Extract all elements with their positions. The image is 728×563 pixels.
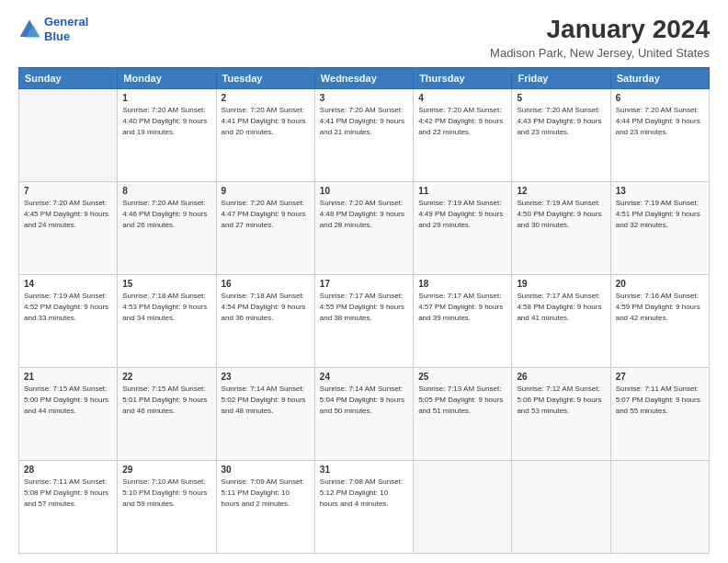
day-cell: 20Sunrise: 7:16 AM Sunset: 4:59 PM Dayli…	[610, 275, 709, 368]
day-info: Sunrise: 7:11 AM Sunset: 5:08 PM Dayligh…	[24, 477, 112, 510]
week-row-2: 7Sunrise: 7:20 AM Sunset: 4:45 PM Daylig…	[19, 182, 710, 275]
day-number: 4	[418, 93, 506, 103]
day-cell: 29Sunrise: 7:10 AM Sunset: 5:10 PM Dayli…	[118, 461, 216, 554]
day-info: Sunrise: 7:12 AM Sunset: 5:06 PM Dayligh…	[517, 384, 605, 417]
day-info: Sunrise: 7:20 AM Sunset: 4:41 PM Dayligh…	[320, 105, 408, 138]
day-cell: 11Sunrise: 7:19 AM Sunset: 4:49 PM Dayli…	[414, 182, 512, 275]
day-number: 5	[517, 93, 605, 103]
title-block: January 2024 Madison Park, New Jersey, U…	[490, 15, 710, 60]
page: General Blue January 2024 Madison Park, …	[0, 0, 728, 563]
day-number: 29	[122, 465, 210, 475]
day-number: 24	[320, 372, 408, 382]
logo-text: General Blue	[44, 15, 88, 43]
day-info: Sunrise: 7:17 AM Sunset: 4:57 PM Dayligh…	[418, 291, 506, 324]
logo-icon	[18, 18, 40, 40]
day-number: 20	[616, 279, 704, 289]
day-info: Sunrise: 7:15 AM Sunset: 5:01 PM Dayligh…	[122, 384, 210, 417]
weekday-header-tuesday: Tuesday	[216, 68, 314, 89]
day-cell: 31Sunrise: 7:08 AM Sunset: 5:12 PM Dayli…	[314, 461, 413, 554]
weekday-header-monday: Monday	[118, 68, 216, 89]
day-info: Sunrise: 7:17 AM Sunset: 4:55 PM Dayligh…	[320, 291, 408, 324]
day-cell: 6Sunrise: 7:20 AM Sunset: 4:44 PM Daylig…	[610, 89, 709, 182]
day-number: 6	[616, 93, 704, 103]
day-number: 16	[222, 279, 310, 289]
day-cell: 19Sunrise: 7:17 AM Sunset: 4:58 PM Dayli…	[512, 275, 610, 368]
day-cell: 23Sunrise: 7:14 AM Sunset: 5:02 PM Dayli…	[216, 368, 314, 461]
day-info: Sunrise: 7:18 AM Sunset: 4:54 PM Dayligh…	[222, 291, 310, 324]
day-info: Sunrise: 7:17 AM Sunset: 4:58 PM Dayligh…	[517, 291, 605, 324]
day-cell: 9Sunrise: 7:20 AM Sunset: 4:47 PM Daylig…	[216, 182, 314, 275]
day-number: 30	[222, 465, 310, 475]
day-cell: 16Sunrise: 7:18 AM Sunset: 4:54 PM Dayli…	[216, 275, 314, 368]
main-title: January 2024	[490, 15, 710, 44]
weekday-header-row: SundayMondayTuesdayWednesdayThursdayFrid…	[19, 68, 710, 89]
day-cell	[414, 461, 512, 554]
day-cell: 5Sunrise: 7:20 AM Sunset: 4:43 PM Daylig…	[512, 89, 610, 182]
day-cell: 15Sunrise: 7:18 AM Sunset: 4:53 PM Dayli…	[118, 275, 216, 368]
day-cell: 28Sunrise: 7:11 AM Sunset: 5:08 PM Dayli…	[19, 461, 118, 554]
week-row-1: 1Sunrise: 7:20 AM Sunset: 4:40 PM Daylig…	[19, 89, 710, 182]
day-info: Sunrise: 7:18 AM Sunset: 4:53 PM Dayligh…	[122, 291, 210, 324]
day-number: 31	[320, 465, 408, 475]
day-cell: 27Sunrise: 7:11 AM Sunset: 5:07 PM Dayli…	[610, 368, 709, 461]
day-info: Sunrise: 7:20 AM Sunset: 4:47 PM Dayligh…	[222, 198, 310, 231]
day-cell: 3Sunrise: 7:20 AM Sunset: 4:41 PM Daylig…	[314, 89, 413, 182]
day-number: 9	[222, 186, 310, 196]
day-cell: 4Sunrise: 7:20 AM Sunset: 4:42 PM Daylig…	[414, 89, 512, 182]
day-info: Sunrise: 7:13 AM Sunset: 5:05 PM Dayligh…	[418, 384, 506, 417]
day-number: 1	[122, 93, 210, 103]
day-info: Sunrise: 7:20 AM Sunset: 4:42 PM Dayligh…	[418, 105, 506, 138]
day-cell: 26Sunrise: 7:12 AM Sunset: 5:06 PM Dayli…	[512, 368, 610, 461]
day-cell	[512, 461, 610, 554]
day-cell: 13Sunrise: 7:19 AM Sunset: 4:51 PM Dayli…	[610, 182, 709, 275]
day-number: 18	[418, 279, 506, 289]
day-info: Sunrise: 7:15 AM Sunset: 5:00 PM Dayligh…	[24, 384, 112, 417]
subtitle: Madison Park, New Jersey, United States	[490, 46, 710, 60]
day-number: 17	[320, 279, 408, 289]
day-number: 7	[24, 186, 112, 196]
day-number: 14	[24, 279, 112, 289]
day-cell: 25Sunrise: 7:13 AM Sunset: 5:05 PM Dayli…	[414, 368, 512, 461]
day-info: Sunrise: 7:14 AM Sunset: 5:04 PM Dayligh…	[320, 384, 408, 417]
day-cell: 21Sunrise: 7:15 AM Sunset: 5:00 PM Dayli…	[19, 368, 118, 461]
day-number: 26	[517, 372, 605, 382]
weekday-header-friday: Friday	[512, 68, 610, 89]
day-info: Sunrise: 7:20 AM Sunset: 4:46 PM Dayligh…	[122, 198, 210, 231]
day-number: 12	[517, 186, 605, 196]
weekday-header-wednesday: Wednesday	[314, 68, 413, 89]
day-cell: 8Sunrise: 7:20 AM Sunset: 4:46 PM Daylig…	[118, 182, 216, 275]
day-info: Sunrise: 7:09 AM Sunset: 5:11 PM Dayligh…	[222, 477, 310, 510]
day-cell: 12Sunrise: 7:19 AM Sunset: 4:50 PM Dayli…	[512, 182, 610, 275]
day-cell: 17Sunrise: 7:17 AM Sunset: 4:55 PM Dayli…	[314, 275, 413, 368]
day-info: Sunrise: 7:19 AM Sunset: 4:49 PM Dayligh…	[418, 198, 506, 231]
weekday-header-saturday: Saturday	[610, 68, 709, 89]
day-number: 22	[122, 372, 210, 382]
day-number: 25	[418, 372, 506, 382]
logo-general: General	[44, 15, 88, 29]
logo-blue: Blue	[44, 29, 70, 43]
day-info: Sunrise: 7:08 AM Sunset: 5:12 PM Dayligh…	[320, 477, 408, 510]
day-number: 19	[517, 279, 605, 289]
day-info: Sunrise: 7:16 AM Sunset: 4:59 PM Dayligh…	[616, 291, 704, 324]
weekday-header-thursday: Thursday	[414, 68, 512, 89]
day-cell	[610, 461, 709, 554]
day-info: Sunrise: 7:19 AM Sunset: 4:52 PM Dayligh…	[24, 291, 112, 324]
week-row-4: 21Sunrise: 7:15 AM Sunset: 5:00 PM Dayli…	[19, 368, 710, 461]
day-cell: 18Sunrise: 7:17 AM Sunset: 4:57 PM Dayli…	[414, 275, 512, 368]
day-info: Sunrise: 7:19 AM Sunset: 4:51 PM Dayligh…	[616, 198, 704, 231]
day-cell	[19, 89, 118, 182]
day-info: Sunrise: 7:20 AM Sunset: 4:48 PM Dayligh…	[320, 198, 408, 231]
week-row-3: 14Sunrise: 7:19 AM Sunset: 4:52 PM Dayli…	[19, 275, 710, 368]
day-info: Sunrise: 7:10 AM Sunset: 5:10 PM Dayligh…	[122, 477, 210, 510]
day-number: 13	[616, 186, 704, 196]
day-info: Sunrise: 7:20 AM Sunset: 4:44 PM Dayligh…	[616, 105, 704, 138]
day-number: 28	[24, 465, 112, 475]
day-number: 23	[222, 372, 310, 382]
day-cell: 14Sunrise: 7:19 AM Sunset: 4:52 PM Dayli…	[19, 275, 118, 368]
day-number: 11	[418, 186, 506, 196]
day-cell: 10Sunrise: 7:20 AM Sunset: 4:48 PM Dayli…	[314, 182, 413, 275]
day-info: Sunrise: 7:20 AM Sunset: 4:45 PM Dayligh…	[24, 198, 112, 231]
day-info: Sunrise: 7:11 AM Sunset: 5:07 PM Dayligh…	[616, 384, 704, 417]
day-number: 10	[320, 186, 408, 196]
weekday-header-sunday: Sunday	[19, 68, 118, 89]
